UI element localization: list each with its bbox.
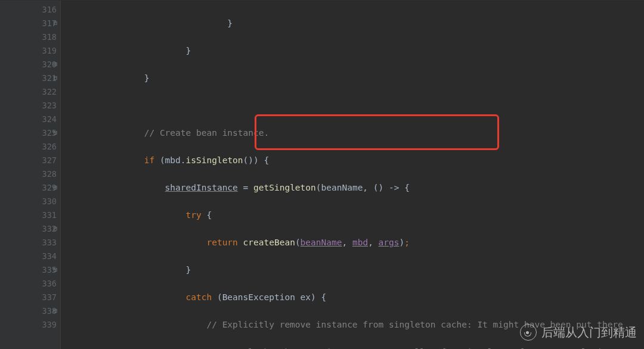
code-line (61, 99, 644, 113)
fold-icon[interactable]: ⊟ (51, 185, 57, 191)
line-number: 326 (4, 140, 57, 154)
code-line: } (61, 44, 644, 58)
fold-icon[interactable]: ⊟ (51, 267, 57, 273)
code-line: return createBean(beanName, mbd, args); (61, 236, 644, 250)
line-number: 328 (4, 167, 57, 181)
line-number: 330 (4, 195, 57, 208)
code-line: if (mbd.isSingleton()) { (61, 154, 644, 167)
line-number: 335⊟ (4, 263, 57, 277)
code-line: try { (61, 208, 644, 222)
code-body[interactable]: } } } // Create bean instance. if (mbd.i… (61, 1, 644, 349)
fold-icon[interactable]: ⊟ (51, 75, 57, 81)
code-line: // Create bean instance. (61, 126, 644, 140)
editor-area: 316317⊟318319320⊟321⊟322323324325⊟326327… (0, 1, 644, 349)
code-line: // Explicitly remove instance from singl… (61, 318, 644, 332)
line-number: 337 (4, 291, 57, 304)
line-number: 324 (4, 113, 57, 126)
line-number: 336 (4, 277, 57, 291)
line-number: 331 (4, 208, 57, 222)
line-number: 318 (4, 30, 57, 44)
gutter: 316317⊟318319320⊟321⊟322323324325⊟326327… (4, 1, 61, 349)
line-number: 325⊟ (4, 126, 57, 140)
line-number: 327 (4, 154, 57, 167)
line-number: 322 (4, 85, 57, 99)
line-number: 339 (4, 318, 57, 332)
fold-icon[interactable]: ⊟ (51, 130, 57, 136)
code-line: } (61, 71, 644, 85)
line-number: 320⊟ (4, 58, 57, 71)
line-number: 329⊟ (4, 181, 57, 195)
line-number: 334 (4, 250, 57, 263)
line-number: 333 (4, 236, 57, 250)
fold-icon[interactable]: ⊟ (51, 20, 57, 26)
line-number: 317⊟ (4, 17, 57, 30)
fold-icon[interactable]: ⊟ (51, 308, 57, 314)
code-line: catch (BeansException ex) { (61, 291, 644, 304)
fold-icon[interactable]: ⊟ (51, 226, 57, 232)
code-line: sharedInstance = getSingleton(beanName, … (61, 181, 644, 195)
line-number: 321⊟ (4, 71, 57, 85)
code-line: } (61, 263, 644, 277)
line-number: 332⊟ (4, 222, 57, 236)
code-line: // eagerly by the creation process, to a… (61, 345, 644, 349)
line-number: 316 (4, 3, 57, 17)
line-number: 323 (4, 99, 57, 113)
line-number: 338⊟ (4, 304, 57, 318)
ide-root: CAbstractBeanFactory.java×CDefaultSingle… (0, 0, 644, 349)
line-number: 319 (4, 44, 57, 58)
code-line: } (61, 17, 644, 30)
fold-icon[interactable]: ⊟ (51, 61, 57, 67)
